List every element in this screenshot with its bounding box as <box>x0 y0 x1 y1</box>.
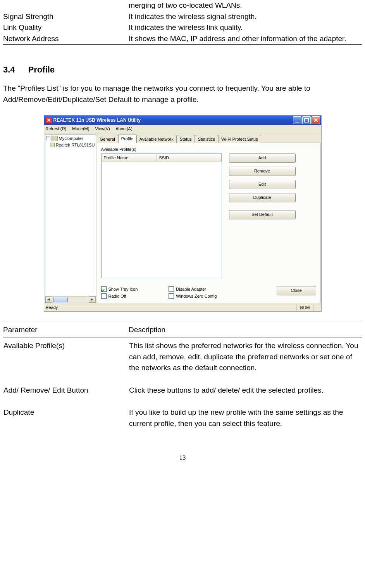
tab-page-profile: Available Profile(s) Profile Name SSID A… <box>97 143 320 303</box>
param-add-remove-edit: Add/ Remove/ Edit Button <box>3 374 129 397</box>
menu-about[interactable]: About(A) <box>115 126 132 131</box>
profiles-list[interactable]: Profile Name SSID <box>101 153 222 278</box>
tab-general[interactable]: General <box>97 135 118 143</box>
status-num: NUM <box>296 305 313 311</box>
menu-refresh[interactable]: Refresh(R) <box>46 126 67 131</box>
adapter-tree: - MyComputer Realtek RTL8191SU ◀ ▶ <box>45 134 96 303</box>
tab-profile[interactable]: Profile <box>118 134 136 143</box>
param-available-profiles: Available Profile(s) <box>3 338 129 374</box>
desc-add-remove-edit: Click these buttons to add/ delete/ edit… <box>129 374 362 397</box>
checkbox-icon[interactable] <box>169 286 174 292</box>
tree-collapse-icon[interactable]: - <box>46 136 50 140</box>
status-bar: Ready NUM <box>44 304 321 311</box>
menu-mode[interactable]: Mode(M) <box>72 126 89 131</box>
tab-status[interactable]: Status <box>177 135 195 143</box>
menu-view[interactable]: View(V) <box>95 126 110 131</box>
check-show-tray[interactable]: Show Tray Icon <box>101 286 138 293</box>
checkbox-icon[interactable] <box>169 293 174 299</box>
intro-paragraph: The “Profiles List” is for you to manage… <box>3 83 362 105</box>
maximize-button[interactable] <box>302 116 311 124</box>
upper-param-table: merging of two co-located WLANs. Signal … <box>3 0 362 45</box>
window-titlebar: REALTEK 11n USB Wireless LAN Utility <box>44 116 321 125</box>
section-heading: 3.4Profile <box>3 63 362 76</box>
scroll-left-icon[interactable]: ◀ <box>45 297 52 303</box>
edit-button[interactable]: Edit <box>229 180 296 189</box>
adapter-icon <box>50 143 55 147</box>
tab-available-network[interactable]: Available Network <box>136 135 177 143</box>
window-title: REALTEK 11n USB Wireless LAN Utility <box>53 117 292 124</box>
param-network-address: Network Address <box>3 33 129 45</box>
checkbox-icon[interactable] <box>101 293 107 299</box>
status-ready: Ready <box>46 304 58 311</box>
table2-head-description: Description <box>129 322 362 338</box>
col-profile-name[interactable]: Profile Name <box>102 154 157 162</box>
check-disable-adapter[interactable]: Disable Adapter <box>169 286 217 293</box>
scroll-thumb[interactable] <box>53 297 68 302</box>
utility-screenshot: REALTEK 11n USB Wireless LAN Utility Ref… <box>44 115 322 312</box>
close-button[interactable]: Close <box>277 286 316 295</box>
tree-root-label: MyComputer <box>59 135 83 142</box>
param-signal-strength: Signal Strength <box>3 11 129 22</box>
table2-head-parameter: Parameter <box>3 322 129 338</box>
remove-button[interactable]: Remove <box>229 167 296 176</box>
desc-signal-strength: It indicates the wireless signal strengt… <box>129 11 362 22</box>
desc-available-profiles: This list shows the preferred networks f… <box>129 338 362 374</box>
checkbox-icon[interactable] <box>101 286 107 292</box>
param-link-quality: Link Quality <box>3 22 129 33</box>
app-icon <box>46 117 52 123</box>
param-duplicate: Duplicate <box>3 396 129 429</box>
section-number: 3.4 <box>3 63 15 76</box>
col-ssid[interactable]: SSID <box>157 154 222 162</box>
set-default-button[interactable]: Set Default <box>229 210 296 219</box>
add-button[interactable]: Add <box>229 153 296 163</box>
menu-bar: Refresh(R) Mode(M) View(V) About(A) <box>44 125 321 133</box>
computer-icon <box>52 136 58 141</box>
desc-network-address: It shows the MAC, IP address and other i… <box>129 33 362 45</box>
section-title: Profile <box>28 65 55 74</box>
tab-statistics[interactable]: Statistics <box>195 135 218 143</box>
profile-param-table: Parameter Description Available Profile(… <box>3 322 362 430</box>
tab-strip: General Profile Available Network Status… <box>97 134 320 143</box>
tab-wifi-protect-setup[interactable]: Wi-Fi Protect Setup <box>218 135 261 143</box>
desc-duplicate: If you like to build up the new profile … <box>129 396 362 429</box>
minimize-button[interactable] <box>293 116 301 124</box>
tree-child[interactable]: Realtek RTL8191SU <box>50 142 95 148</box>
prev-row-desc-cont: merging of two co-located WLANs. <box>129 0 362 11</box>
check-radio-off[interactable]: Radio Off <box>101 293 138 300</box>
tree-child-label: Realtek RTL8191SU <box>56 142 95 148</box>
available-profiles-label: Available Profile(s) <box>101 146 316 153</box>
check-zero-config[interactable]: Windows Zero Config <box>169 293 217 300</box>
profiles-list-header: Profile Name SSID <box>102 154 222 162</box>
page-number: 13 <box>3 453 362 463</box>
close-window-button[interactable] <box>312 116 320 124</box>
duplicate-button[interactable]: Duplicate <box>229 193 296 202</box>
tree-root[interactable]: - MyComputer <box>46 135 95 142</box>
tree-h-scrollbar[interactable]: ◀ ▶ <box>45 296 96 303</box>
scroll-right-icon[interactable]: ▶ <box>89 297 96 303</box>
desc-link-quality: It indicates the wireless link quality. <box>129 22 362 33</box>
